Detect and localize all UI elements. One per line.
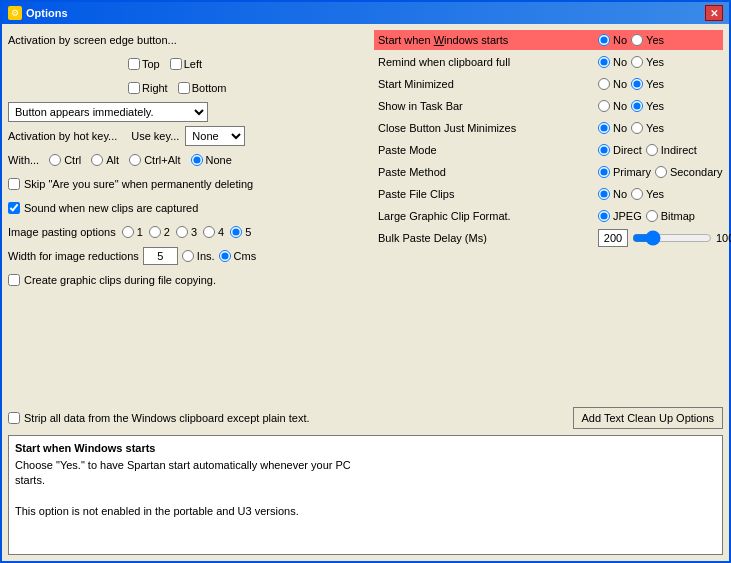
right-bottom-row: Right Bottom [8,78,368,98]
skip-checkbox[interactable] [8,178,20,190]
strip-checkbox[interactable] [8,412,20,424]
top-checkbox[interactable] [128,58,140,70]
right-no-radio-4[interactable] [598,122,610,134]
right-yes-radio-4[interactable] [631,122,643,134]
bulk-paste-label: Bulk Paste Delay (Ms) [378,232,598,244]
none-modifier-radio[interactable] [191,154,203,166]
with-label: With... [8,154,39,166]
right-no-radio-7[interactable] [598,188,610,200]
right-secondary-radio[interactable] [655,166,667,178]
sound-row: Sound when new clips are captured [8,198,368,218]
right-no-pair-2: No [598,78,627,90]
right-yes-pair-0: Yes [631,34,664,46]
ctrl-alt-label: Ctrl+Alt [144,154,180,166]
img4-radio[interactable] [203,226,215,238]
bulk-paste-max-label: 1000 [716,232,731,244]
right-jpeg-radio[interactable] [598,210,610,222]
img4-label: 4 [218,226,224,238]
right-label-7: Paste File Clips [378,188,598,200]
img3-radio[interactable] [176,226,188,238]
right-label-2: Start Minimized [378,78,598,90]
right-yes-pair-4: Yes [631,122,664,134]
right-yes-label-3: Yes [646,100,664,112]
right-no-radio-1[interactable] [598,56,610,68]
ctrl-radio[interactable] [49,154,61,166]
modifier-row: With... Ctrl Alt Ctrl+Alt None [8,150,368,170]
right-primary-radio[interactable] [598,166,610,178]
right-yes-label-0: Yes [646,34,664,46]
image-pasting-label: Image pasting options [8,226,116,238]
right-label: Right [142,82,168,94]
right-direct-radio[interactable] [598,144,610,156]
img1-radio[interactable] [122,226,134,238]
img5-radio[interactable] [230,226,242,238]
bulk-paste-row: Bulk Paste Delay (Ms) 1000 [374,228,723,248]
button-appears-dropdown[interactable]: Button appears immediately. [8,102,208,122]
right-no-label-1: No [613,56,627,68]
sound-checkbox[interactable] [8,202,20,214]
right-row-5: Paste Mode Direct Indirect [374,140,723,160]
create-graphic-label: Create graphic clips during file copying… [24,274,216,286]
none-modifier-label: None [206,154,232,166]
right-no-label-2: No [613,78,627,90]
right-no-radio-3[interactable] [598,100,610,112]
activation-screen-row: Activation by screen edge button... [8,30,368,50]
img4-pair: 4 [203,226,224,238]
right-yes-label-2: Yes [646,78,664,90]
bottom-section: Strip all data from the Windows clipboar… [8,407,723,429]
close-button[interactable]: ✕ [705,5,723,21]
right-radio-group-1: No Yes [598,56,664,68]
right-radio-group-8: JPEG Bitmap [598,210,695,222]
info-box: Start when Windows starts Choose "Yes." … [8,435,723,555]
alt-radio[interactable] [91,154,103,166]
right-yes-radio-3[interactable] [631,100,643,112]
ctrl-alt-radio[interactable] [129,154,141,166]
cms-radio[interactable] [219,250,231,262]
right-row-2: Start Minimized No Yes [374,74,723,94]
right-row-1: Remind when clipboard full No Yes [374,52,723,72]
bulk-paste-value-input[interactable] [598,229,628,247]
ctrl-alt-radio-pair: Ctrl+Alt [129,154,180,166]
image-pasting-row: Image pasting options 1 2 3 4 [8,222,368,242]
window-title: Options [26,7,68,19]
right-direct-label: Direct [613,144,642,156]
right-row-8: Large Graphic Clip Format. JPEG Bitmap [374,206,723,226]
info-title: Start when Windows starts [15,442,716,454]
right-no-radio-0[interactable] [598,34,610,46]
title-bar-left: ⚙ Options [8,6,68,20]
width-input[interactable] [143,247,178,265]
create-graphic-row: Create graphic clips during file copying… [8,270,368,290]
right-secondary-label: Secondary [670,166,723,178]
cms-label: Cms [234,250,257,262]
create-graphic-checkbox[interactable] [8,274,20,286]
right-indirect-radio[interactable] [646,144,658,156]
width-label: Width for image reductions [8,250,139,262]
right-yes-radio-2[interactable] [631,78,643,90]
right-bitmap-radio[interactable] [646,210,658,222]
right-row-3: Show in Task Bar No Yes [374,96,723,116]
right-checkbox[interactable] [128,82,140,94]
use-key-dropdown[interactable]: None [185,126,245,146]
left-panel: Activation by screen edge button... Top … [8,30,368,401]
right-row-4: Close Button Just Minimizes No Yes [374,118,723,138]
right-label-6: Paste Method [378,166,598,178]
bottom-label: Bottom [192,82,227,94]
right-row-7: Paste File Clips No Yes [374,184,723,204]
right-yes-radio-7[interactable] [631,188,643,200]
left-checkbox[interactable] [170,58,182,70]
right-yes-radio-1[interactable] [631,56,643,68]
right-no-radio-2[interactable] [598,78,610,90]
window-icon: ⚙ [8,6,22,20]
right-jpeg-pair: JPEG [598,210,642,222]
right-yes-radio-0[interactable] [631,34,643,46]
bulk-paste-slider[interactable] [632,230,712,246]
ins-radio[interactable] [182,250,194,262]
right-radio-group-2: No Yes [598,78,664,90]
skip-label: Skip "Are you sure" when permanently del… [24,178,253,190]
img2-radio[interactable] [149,226,161,238]
add-text-button[interactable]: Add Text Clean Up Options [573,407,723,429]
right-label-4: Close Button Just Minimizes [378,122,598,134]
right-yes-label-7: Yes [646,188,664,200]
bottom-checkbox[interactable] [178,82,190,94]
right-no-pair-0: No [598,34,627,46]
